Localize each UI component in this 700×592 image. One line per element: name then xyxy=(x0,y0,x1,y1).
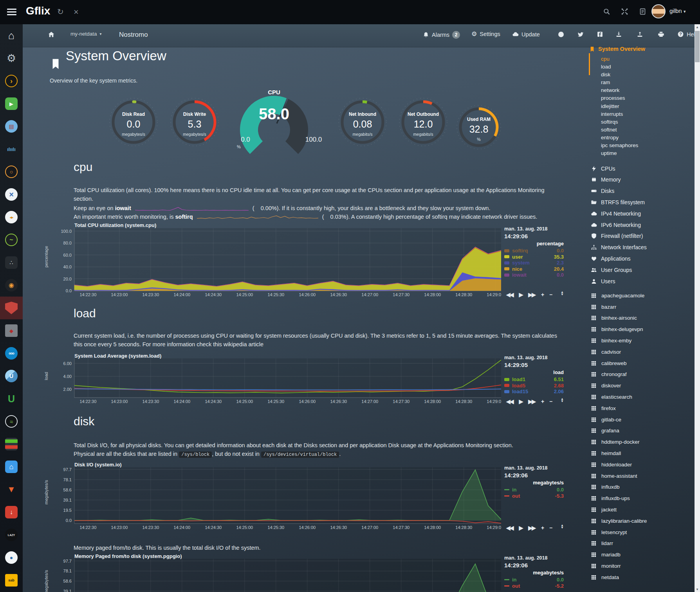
sidebar-app[interactable]: U xyxy=(0,365,23,387)
github-icon[interactable] xyxy=(557,31,565,38)
close-icon[interactable]: × xyxy=(74,7,79,17)
sidebar-app[interactable]: ooo xyxy=(0,342,23,365)
toc-app-item[interactable]: binhex-delugevpn xyxy=(589,324,692,335)
gauge-disk-read[interactable]: Disk Read 0.0 megabytes/s xyxy=(108,97,159,148)
sidebar-app[interactable]: ○ xyxy=(0,160,23,183)
sidebar-app[interactable]: ↓ xyxy=(0,501,23,524)
sidebar-app[interactable]: ⌂ xyxy=(0,24,23,47)
scrollbar-thumb[interactable] xyxy=(695,31,700,62)
sidebar-app[interactable]: LAZY xyxy=(0,524,23,546)
sidebar-app[interactable]: ⚙ xyxy=(0,47,23,70)
toc-section[interactable]: BTRFS filesystem xyxy=(589,197,692,208)
legend-item[interactable]: softirq 0.0 xyxy=(504,248,564,254)
sidebar-app[interactable]: × xyxy=(0,183,23,206)
toc-app-item[interactable]: gitlab-ce xyxy=(589,414,692,425)
disk-chart-canvas[interactable]: 97.778.158.639.119.50.014:22:3014:23:001… xyxy=(53,467,501,531)
sidebar-app[interactable]: ∴ xyxy=(0,251,23,274)
toc-section[interactable]: CPUs xyxy=(589,163,692,174)
gauge-disk-write[interactable]: Disk Write 5.3 megabytes/s xyxy=(169,97,220,148)
toc-item[interactable]: ipc semaphores xyxy=(589,142,692,149)
sidebar-app[interactable]: ◂▸ xyxy=(0,206,23,229)
legend-item[interactable]: iowait 0.0 xyxy=(504,272,564,278)
toc-app-item[interactable]: influxdb-ups xyxy=(589,493,692,504)
toc-section[interactable]: Network Interfaces xyxy=(589,242,692,253)
sidebar-app[interactable] xyxy=(0,297,23,319)
toc-section[interactable]: IPv6 Networking xyxy=(589,219,692,230)
chart-toolbar-button[interactable]: ▶▶ xyxy=(528,292,535,298)
import-icon[interactable] xyxy=(615,31,622,38)
fullscreen-icon[interactable] xyxy=(621,8,628,17)
toc-app-item[interactable]: lidarr xyxy=(589,538,692,549)
chart-toolbar-button[interactable]: ▶ xyxy=(519,525,523,531)
sidebar-app[interactable] xyxy=(0,433,23,455)
twitter-icon[interactable] xyxy=(577,31,584,38)
toc-app-item[interactable]: calibreweb xyxy=(589,358,692,369)
sidebar-app[interactable]: ▼ xyxy=(0,478,23,501)
toc-section[interactable]: Memory xyxy=(589,174,692,185)
toc-section[interactable]: Disks xyxy=(589,185,692,197)
changelog-icon[interactable] xyxy=(639,8,646,17)
chart-toolbar-button[interactable]: ▶ xyxy=(519,292,523,298)
chart-toolbar-button[interactable]: ◀◀ xyxy=(506,292,513,298)
legend-item[interactable]: out -5.3 xyxy=(504,493,564,499)
toc-app-item[interactable]: binhex-airsonic xyxy=(589,313,692,324)
toc-item[interactable]: interrupts xyxy=(589,110,692,118)
chart-toolbar-button[interactable]: ▶▶ xyxy=(528,398,535,405)
toc-app-item[interactable]: letsencrypt xyxy=(589,527,692,538)
legend-item[interactable]: load5 2.68 xyxy=(504,383,564,389)
toc-item[interactable]: softirqs xyxy=(589,118,692,126)
toc-item[interactable]: uptime xyxy=(589,149,692,157)
toc-app-item[interactable]: hddtemp-docker xyxy=(589,436,692,448)
gauge-cpu[interactable]: CPU 58.0 0.0 100.0 % xyxy=(233,85,315,159)
chart-toolbar-button[interactable]: ▶▶ xyxy=(528,525,535,531)
chart-toolbar-button[interactable]: − xyxy=(549,398,552,405)
scrollbar-down-arrow[interactable]: ▼ xyxy=(695,587,700,592)
toc-app-item[interactable]: mariadb xyxy=(589,549,692,560)
user-menu[interactable]: gilbn ▾ xyxy=(669,7,686,14)
toc-section-system-overview[interactable]: System Overview xyxy=(589,46,692,52)
scrollbar[interactable]: ▲ ▼ xyxy=(695,24,700,592)
legend-item[interactable]: in 0.0 xyxy=(504,577,564,583)
chart-toolbar-button[interactable]: + xyxy=(541,525,543,531)
gauge-net-outbound[interactable]: Net Outbound 12.0 megabits/s xyxy=(398,97,449,148)
toc-section[interactable]: IPv4 Networking xyxy=(589,208,692,219)
toc-app-item[interactable]: influxdb xyxy=(589,482,692,493)
toc-item[interactable]: load xyxy=(589,63,692,71)
toc-item[interactable]: cpu xyxy=(589,55,692,63)
legend-item[interactable]: load15 2.06 xyxy=(504,389,564,395)
load-chart-canvas[interactable]: 6.004.002.0014:22:3014:23:0014:23:3014:2… xyxy=(53,358,501,405)
chart-toolbar-button[interactable]: ◀◀ xyxy=(506,525,513,531)
export-icon[interactable] xyxy=(637,31,643,38)
chart-toolbar-button[interactable]: − xyxy=(549,525,552,531)
hostname-dropdown[interactable]: my-netdata▾ xyxy=(70,31,102,37)
legend-item[interactable]: user 35.3 xyxy=(504,254,564,260)
search-icon[interactable] xyxy=(603,8,610,17)
legend-item[interactable]: nice 20.4 xyxy=(504,266,564,272)
sidebar-app[interactable]: sab xyxy=(0,569,23,592)
scrollbar-up-arrow[interactable]: ▲ xyxy=(695,24,700,30)
toc-app-item[interactable]: cadvisor xyxy=(589,346,692,358)
home-icon[interactable] xyxy=(48,31,55,38)
cpu-chart-canvas[interactable]: 100.080.060.040.020.00.014:22:3014:23:00… xyxy=(53,228,501,298)
chart-toolbar-button[interactable]: ◀◀ xyxy=(506,398,513,405)
sidebar-app[interactable]: ◆ xyxy=(0,319,23,342)
toc-item[interactable]: idlejitter xyxy=(589,103,692,110)
legend-item[interactable]: out -5.2 xyxy=(504,583,564,589)
sidebar-app[interactable]: ▤ xyxy=(0,115,23,138)
sidebar-app[interactable]: U xyxy=(0,387,23,410)
sidebar-app[interactable]: ⌂ xyxy=(0,455,23,478)
pgpgio-chart-canvas[interactable]: 97.778.158.639.119.50.014:22:3014:23:001… xyxy=(53,559,501,592)
legend-item[interactable]: in 0.0 xyxy=(504,487,564,493)
chart-resize-handle[interactable]: ▲▼ xyxy=(561,398,564,403)
toc-item[interactable]: processes xyxy=(589,94,692,102)
toc-app-item[interactable]: chronograf xyxy=(589,369,692,380)
toc-app-item[interactable]: jackett xyxy=(589,504,692,515)
toc-item[interactable]: ram xyxy=(589,79,692,86)
settings-button[interactable]: ⚙Settings xyxy=(471,31,500,37)
print-icon[interactable] xyxy=(658,31,664,38)
toc-app-item[interactable]: apacheguacamole xyxy=(589,290,692,301)
toc-app-item[interactable]: netdata xyxy=(589,572,692,583)
toc-app-item[interactable]: monitorr xyxy=(589,560,692,572)
sidebar-app[interactable]: › xyxy=(0,70,23,92)
update-button[interactable]: Update xyxy=(512,31,540,38)
